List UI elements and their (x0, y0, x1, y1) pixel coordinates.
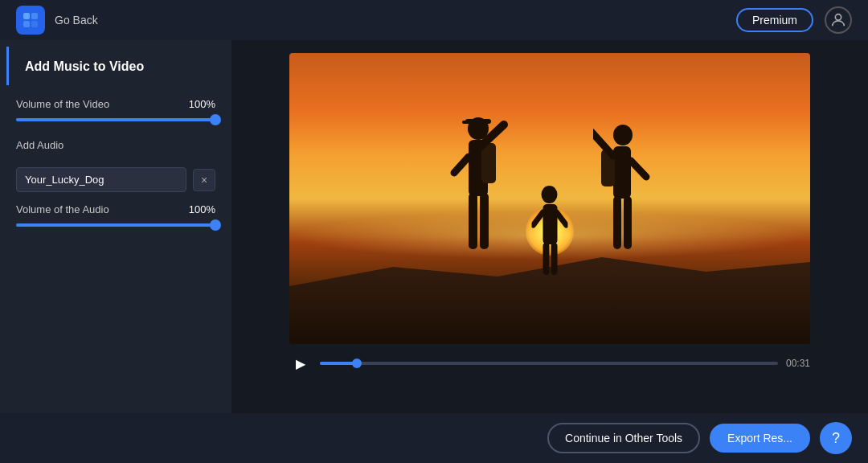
svg-line-11 (454, 157, 469, 173)
main-content: Add Music to Video Volume of the Video 1… (0, 40, 868, 413)
sidebar: Add Music to Video Volume of the Video 1… (0, 40, 231, 413)
video-area: ▶ 00:31 (231, 40, 868, 413)
volume-video-label: Volume of the Video (16, 98, 109, 110)
audio-input-row: × (16, 167, 215, 192)
volume-video-fill (16, 118, 215, 121)
svg-point-4 (835, 14, 841, 20)
svg-rect-19 (613, 196, 621, 249)
svg-rect-0 (23, 13, 30, 19)
go-back-link[interactable]: Go Back (55, 14, 98, 27)
volume-audio-thumb[interactable] (210, 219, 221, 231)
add-audio-section: Add Audio (16, 136, 215, 159)
video-preview (289, 53, 810, 344)
progress-thumb[interactable] (352, 359, 362, 368)
figure-child (532, 183, 568, 280)
header-left: Go Back (16, 6, 98, 35)
svg-rect-26 (551, 243, 558, 275)
volume-audio-row: Volume of the Audio 100% (16, 203, 215, 215)
audio-file-input[interactable] (16, 167, 186, 192)
user-avatar[interactable] (825, 6, 852, 34)
svg-rect-13 (480, 193, 489, 249)
svg-rect-7 (462, 121, 470, 124)
volume-video-row: Volume of the Video 100% (16, 98, 215, 110)
svg-point-14 (613, 125, 633, 145)
add-audio-label: Add Audio (16, 139, 63, 151)
svg-rect-3 (31, 21, 38, 27)
sidebar-content: Volume of the Video 100% Add Audio × (0, 85, 231, 254)
progress-bar[interactable] (320, 362, 778, 365)
svg-rect-1 (31, 13, 38, 19)
volume-video-track (16, 118, 215, 121)
volume-video-slider[interactable] (16, 118, 215, 121)
help-button[interactable]: ? (820, 422, 852, 454)
figure-right (593, 121, 653, 281)
svg-rect-2 (23, 21, 30, 27)
clear-audio-button[interactable]: × (193, 169, 215, 191)
app-logo (16, 6, 45, 35)
volume-video-value: 100% (189, 98, 215, 110)
time-display: 00:31 (786, 358, 810, 369)
continue-button[interactable]: Continue in Other Tools (547, 423, 700, 453)
svg-rect-25 (543, 243, 550, 275)
volume-audio-label: Volume of the Audio (16, 203, 109, 215)
header-right: Premium (736, 6, 852, 34)
volume-audio-slider[interactable] (16, 223, 215, 227)
svg-line-24 (557, 212, 567, 225)
header: Go Back Premium (0, 0, 868, 40)
question-icon: ? (832, 430, 840, 447)
sidebar-title: Add Music to Video (25, 59, 144, 74)
svg-line-18 (631, 161, 646, 177)
video-controls: ▶ 00:31 (289, 344, 810, 378)
export-button[interactable]: Export Res... (710, 424, 810, 453)
svg-point-21 (542, 186, 558, 203)
play-button[interactable]: ▶ (289, 352, 312, 375)
sidebar-title-bar: Add Music to Video (6, 47, 231, 85)
figure-left (446, 113, 510, 281)
premium-button[interactable]: Premium (736, 8, 813, 32)
svg-line-23 (534, 212, 543, 225)
volume-audio-value: 100% (189, 203, 215, 215)
volume-audio-fill (16, 223, 215, 227)
video-container (289, 53, 810, 344)
volume-audio-track (16, 223, 215, 227)
svg-rect-12 (469, 193, 477, 249)
svg-rect-20 (624, 196, 632, 249)
play-icon: ▶ (296, 356, 305, 371)
footer: Continue in Other Tools Export Res... ? (0, 413, 868, 463)
volume-video-thumb[interactable] (210, 114, 221, 125)
